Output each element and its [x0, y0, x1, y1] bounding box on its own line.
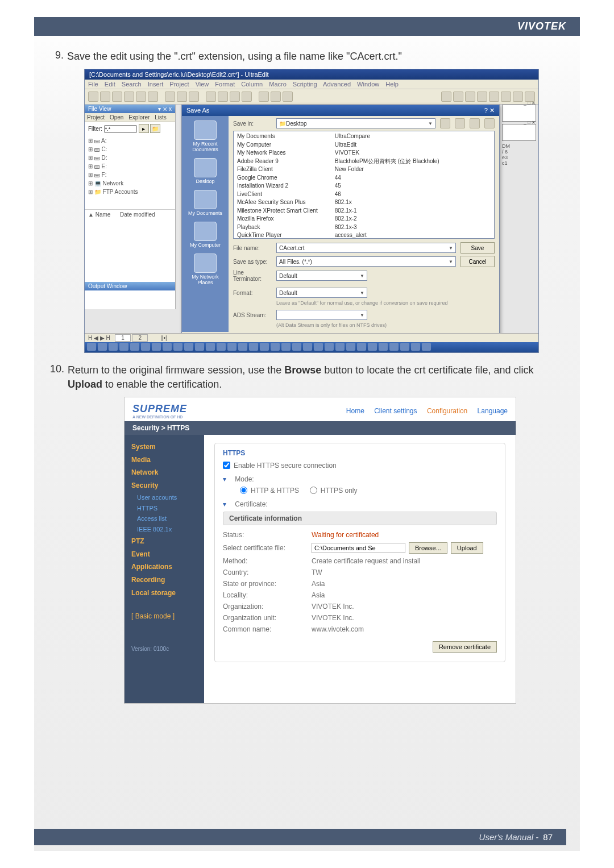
toolbar-icon[interactable] — [230, 92, 240, 102]
file-item[interactable]: QuickTime Player — [237, 231, 318, 239]
taskbar-item[interactable] — [260, 343, 269, 351]
file-item[interactable]: access_alert — [335, 231, 439, 239]
toolbar-icon[interactable] — [465, 92, 475, 102]
toolbar-icon[interactable] — [218, 92, 228, 102]
tree-node[interactable]: ⊞ 📁 FTP Accounts — [88, 188, 172, 196]
file-item[interactable]: LiveClient — [237, 190, 318, 199]
file-item[interactable]: 802.1x-1 — [335, 207, 439, 215]
file-list[interactable]: My Documents My Computer My Network Plac… — [233, 131, 495, 239]
certfile-input[interactable] — [312, 543, 405, 553]
sidebar-item-recording[interactable]: Recording — [131, 574, 204, 587]
tree-node[interactable]: ⊞ 🖴 E: — [88, 162, 172, 171]
taskbar-item[interactable] — [400, 343, 409, 351]
taskbar-item[interactable] — [98, 343, 107, 351]
toolbar-icon[interactable] — [189, 92, 199, 102]
tab-explorer[interactable]: Explorer — [128, 114, 150, 121]
toolbar-icon[interactable] — [124, 92, 134, 102]
file-item[interactable]: Google Chrome — [237, 174, 318, 182]
file-item[interactable]: 802.1x-2 — [335, 215, 439, 223]
toolbar-icon[interactable] — [242, 92, 252, 102]
taskbar-item[interactable] — [141, 343, 150, 351]
sidebar-sub-https[interactable]: HTTPS — [131, 503, 204, 514]
toolbar-icon[interactable] — [136, 92, 146, 102]
tree-node[interactable]: ⊞ 🖴 F: — [88, 171, 172, 179]
file-item[interactable]: 46 — [335, 190, 439, 199]
taskbar-item[interactable] — [411, 343, 420, 351]
menu-scripting[interactable]: Scripting — [293, 81, 317, 88]
menu-format[interactable]: Format — [215, 81, 235, 88]
toolbar-icon[interactable] — [513, 92, 523, 102]
menu-view[interactable]: View — [196, 81, 209, 88]
taskbar-item[interactable] — [227, 343, 237, 351]
sidebar-item-event[interactable]: Event — [131, 548, 204, 561]
sidebar-item-ptz[interactable]: PTZ — [131, 535, 204, 548]
sidebar-item-applications[interactable]: Applications — [131, 560, 204, 574]
taskbar-item[interactable] — [163, 343, 172, 351]
menu-insert[interactable]: Insert — [148, 81, 164, 88]
toolbar-icon[interactable] — [100, 92, 110, 102]
toolbar-icon[interactable] — [271, 92, 281, 102]
menu-project[interactable]: Project — [169, 81, 189, 88]
tab-nav[interactable]: H ◀ ▶ H — [88, 335, 110, 341]
file-item[interactable]: 45 — [335, 182, 439, 190]
toolbar-icon[interactable] — [501, 92, 511, 102]
newfolder-icon[interactable] — [470, 118, 480, 128]
tree-node[interactable]: ⊞ 💻 Network — [88, 179, 172, 188]
back-icon[interactable] — [440, 118, 450, 128]
sidebar-sub-useraccounts[interactable]: User accounts — [131, 492, 204, 503]
taskbar-item[interactable] — [379, 343, 388, 351]
up-icon[interactable] — [455, 118, 465, 128]
taskbar-item[interactable] — [217, 343, 226, 351]
toolbar-icon[interactable] — [206, 92, 216, 102]
menu-bar[interactable]: File Edit Search Insert Project View For… — [85, 80, 538, 89]
tree-node[interactable]: ⊞ 🖴 A: — [88, 136, 172, 145]
taskbar-item[interactable] — [119, 343, 128, 351]
file-item[interactable]: 44 — [335, 174, 439, 182]
col-date[interactable]: Date modified — [120, 211, 155, 218]
place-network[interactable]: My Network Places — [184, 254, 226, 285]
taskbar-item[interactable] — [357, 343, 366, 351]
remove-cert-button[interactable]: Remove certificate — [433, 641, 497, 653]
file-item[interactable]: Adobe Reader 9 — [237, 157, 318, 166]
taskbar-item[interactable] — [152, 343, 161, 351]
dialog-controls[interactable]: ? ✕ — [484, 107, 495, 114]
ads-select[interactable] — [276, 310, 367, 320]
place-recent[interactable]: My Recent Documents — [184, 121, 226, 152]
save-button[interactable]: Save — [460, 242, 495, 254]
browse-button[interactable]: Browse... — [409, 542, 447, 554]
place-documents[interactable]: My Documents — [184, 190, 226, 216]
taskbar-item[interactable] — [303, 343, 312, 351]
toolbar-icon[interactable] — [112, 92, 122, 102]
toolbar-icon[interactable] — [88, 92, 98, 102]
viewmenu-icon[interactable] — [484, 118, 495, 128]
tree-node[interactable]: ⊞ 🖴 D: — [88, 153, 172, 162]
sidebar-item-media[interactable]: Media — [131, 454, 204, 467]
tab-1[interactable]: 1 — [115, 334, 131, 342]
taskbar-item[interactable] — [314, 343, 323, 351]
pane-controls[interactable]: ▾ ⨯ x — [158, 106, 172, 112]
toolbar-icon[interactable] — [165, 92, 175, 102]
enable-https-checkbox[interactable] — [223, 462, 230, 469]
menu-search[interactable]: Search — [122, 81, 142, 88]
toolbar-icon[interactable] — [148, 92, 158, 102]
taskbar-item[interactable] — [195, 343, 204, 351]
upload-button[interactable]: Upload — [451, 542, 483, 554]
toolbar-icon[interactable] — [259, 92, 269, 102]
basic-mode-link[interactable]: [ Basic mode ] — [131, 610, 204, 623]
file-item[interactable]: My Network Places — [237, 149, 318, 157]
taskbar-item[interactable] — [368, 343, 377, 351]
toolbar-icon[interactable] — [441, 92, 451, 102]
file-item[interactable]: Milestone XProtect Smart Client — [237, 207, 318, 215]
saveastype-select[interactable]: All Files. (*.*) — [276, 256, 456, 267]
status-value[interactable]: Waiting for certificated — [312, 531, 379, 539]
nav-lang[interactable]: Language — [478, 407, 508, 415]
tab-project[interactable]: Project — [87, 114, 105, 121]
nav-config[interactable]: Configuration — [427, 407, 467, 415]
toolbar-icon[interactable] — [477, 92, 487, 102]
taskbar-item[interactable] — [325, 343, 334, 351]
taskbar-item[interactable] — [292, 343, 301, 351]
menu-help[interactable]: Help — [385, 81, 399, 88]
file-item[interactable]: BlackholePM公用資料夾 (位於 Blackhole) — [335, 157, 439, 166]
taskbar-item[interactable] — [249, 343, 258, 351]
file-item[interactable]: 802.1x — [335, 198, 439, 207]
